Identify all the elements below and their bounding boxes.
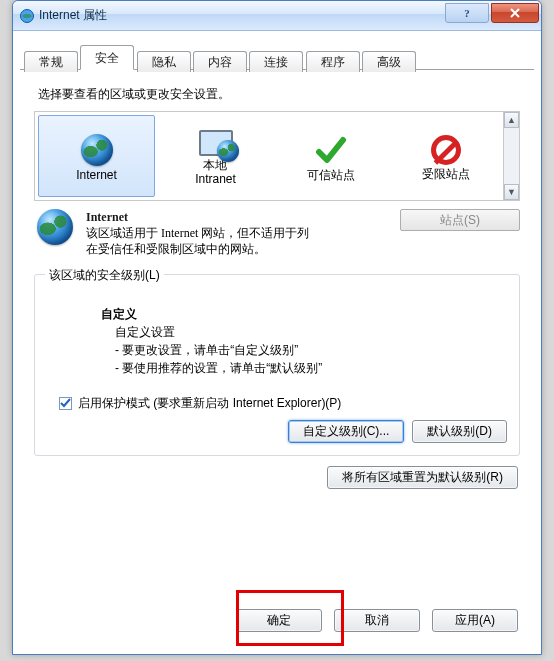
dialog-icon xyxy=(19,8,35,24)
help-button[interactable]: ? xyxy=(445,3,489,23)
tab-security[interactable]: 安全 xyxy=(80,45,134,70)
zone-description-icon xyxy=(34,209,76,258)
tab-connections[interactable]: 连接 xyxy=(249,51,303,72)
zone-restricted[interactable]: 受限站点 xyxy=(388,112,503,200)
reset-all-zones-button[interactable]: 将所有区域重置为默认级别(R) xyxy=(327,466,518,489)
zone-internet[interactable]: Internet xyxy=(38,115,155,197)
apply-button[interactable]: 应用(A) xyxy=(432,609,518,632)
tab-content[interactable]: 内容 xyxy=(193,51,247,72)
level-line-1: 自定义设置 xyxy=(115,323,507,341)
zone-local-intranet[interactable]: 本地Intranet xyxy=(158,112,273,200)
zone-trusted-label: 可信站点 xyxy=(307,169,355,182)
intranet-icon xyxy=(199,130,233,156)
level-name: 自定义 xyxy=(101,305,507,323)
titlebar[interactable]: Internet 属性 ? xyxy=(13,1,541,31)
zone-select-prompt: 选择要查看的区域或更改安全设置。 xyxy=(38,86,520,103)
globe-icon xyxy=(81,134,113,166)
zone-restricted-label: 受限站点 xyxy=(422,168,470,181)
zone-scrollbar[interactable]: ▲ ▼ xyxy=(503,112,519,200)
protected-mode-row[interactable]: 启用保护模式 (要求重新启动 Internet Explorer)(P) xyxy=(59,395,507,412)
forbidden-icon xyxy=(431,135,461,165)
svg-text:?: ? xyxy=(464,7,470,19)
client-area: 常规 安全 隐私 内容 连接 程序 高级 选择要查看的区域或更改安全设置。 In… xyxy=(20,37,534,646)
level-line-3: - 要使用推荐的设置，请单击“默认级别” xyxy=(115,359,507,377)
zone-description-header: Internet xyxy=(86,209,390,225)
zone-intranet-label: 本地Intranet xyxy=(195,159,236,185)
scroll-up-icon[interactable]: ▲ xyxy=(504,112,519,128)
zone-trusted[interactable]: 可信站点 xyxy=(273,112,388,200)
level-line-2: - 要更改设置，请单击“自定义级别” xyxy=(115,341,507,359)
zone-description-body: 该区域适用于 Internet 网站，但不适用于列在受信任和受限制区域中的网站。 xyxy=(86,225,316,257)
default-level-button[interactable]: 默认级别(D) xyxy=(412,420,507,443)
security-level-block: 自定义 自定义设置 - 要更改设置，请单击“自定义级别” - 要使用推荐的设置，… xyxy=(101,305,507,377)
dialog-button-row: 确定 取消 应用(A) xyxy=(236,609,518,632)
window-title: Internet 属性 xyxy=(39,7,107,24)
zone-description: Internet 该区域适用于 Internet 网站，但不适用于列在受信任和受… xyxy=(34,209,520,258)
group-title: 该区域的安全级别(L) xyxy=(45,267,164,284)
check-icon xyxy=(315,134,347,166)
tab-privacy[interactable]: 隐私 xyxy=(137,51,191,72)
ok-button[interactable]: 确定 xyxy=(236,609,322,632)
custom-level-button[interactable]: 自定义级别(C)... xyxy=(288,420,405,443)
scroll-down-icon[interactable]: ▼ xyxy=(504,184,519,200)
zone-internet-label: Internet xyxy=(76,169,117,182)
cancel-button[interactable]: 取消 xyxy=(334,609,420,632)
tab-general[interactable]: 常规 xyxy=(24,51,78,72)
tab-programs[interactable]: 程序 xyxy=(306,51,360,72)
protected-mode-checkbox[interactable] xyxy=(59,397,72,410)
internet-properties-dialog: Internet 属性 ? 常规 安全 隐私 内容 连接 程序 高级 选择要查看… xyxy=(12,0,542,655)
tab-strip: 常规 安全 隐私 内容 连接 程序 高级 xyxy=(20,45,534,70)
zone-list: Internet 本地Intranet 可信站点 受限站点 xyxy=(34,111,520,201)
protected-mode-label: 启用保护模式 (要求重新启动 Internet Explorer)(P) xyxy=(78,395,341,412)
close-button[interactable] xyxy=(491,3,539,23)
security-level-group: 该区域的安全级别(L) 自定义 自定义设置 - 要更改设置，请单击“自定义级别”… xyxy=(34,274,520,456)
sites-button: 站点(S) xyxy=(400,209,520,231)
tab-advanced[interactable]: 高级 xyxy=(362,51,416,72)
